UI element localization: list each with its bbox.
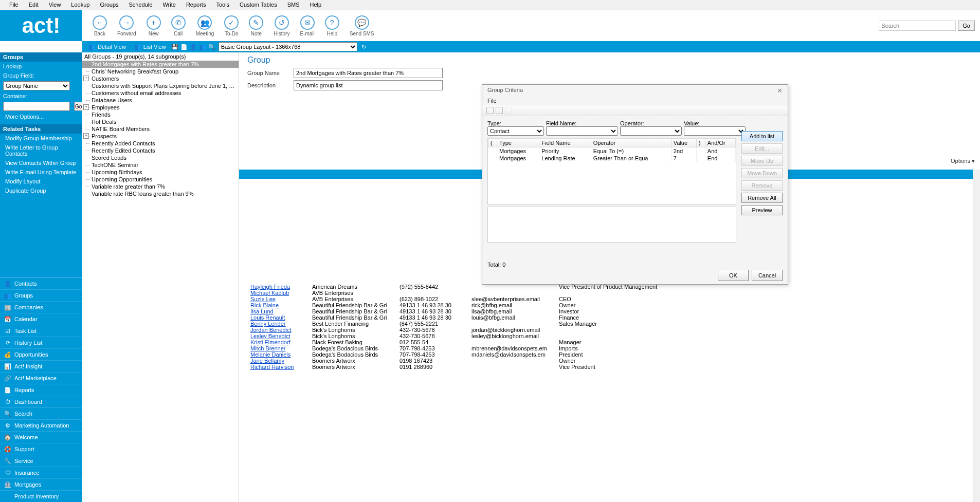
- ok-button[interactable]: OK: [718, 270, 749, 281]
- contact-row[interactable]: Michael KadlubAVB Enterprises: [247, 290, 975, 296]
- doc-icon[interactable]: 📄: [179, 44, 189, 50]
- nav-dashboard[interactable]: ⏱Dashboard: [0, 396, 82, 407]
- search-go-button[interactable]: Go: [958, 21, 975, 31]
- tree-item[interactable]: Customers with Support Plans Expiring be…: [82, 82, 239, 89]
- contact-row[interactable]: Lesley BenedictBick's Longhorns432-730-5…: [247, 333, 975, 339]
- contact-name-link[interactable]: Rick Blaine: [250, 302, 279, 308]
- contact-name-link[interactable]: Kristi Elmendorf: [250, 339, 291, 345]
- nav-support[interactable]: 🛟Support: [0, 443, 82, 455]
- contact-row[interactable]: Richard HarvisonBoomers Artworx0191 2689…: [247, 364, 975, 370]
- menu-lookup[interactable]: Lookup: [66, 0, 95, 10]
- group-field-select[interactable]: Group Name: [3, 81, 70, 90]
- grid-header[interactable]: Value: [671, 139, 696, 147]
- cancel-button[interactable]: Cancel: [752, 270, 783, 281]
- tree-item[interactable]: 2nd Mortgages with Rates greater than 7%: [82, 61, 239, 68]
- tree-item[interactable]: Prospects+: [82, 133, 239, 140]
- add-to-list-button[interactable]: Add to list: [741, 131, 783, 141]
- nav-search[interactable]: 🔍Search: [0, 407, 82, 419]
- history-button[interactable]: ↺History: [268, 14, 295, 38]
- tree-item[interactable]: Customers without email addresses: [82, 89, 239, 97]
- note-button[interactable]: ✎Note: [244, 14, 268, 38]
- contact-name-link[interactable]: Ilsa Lund: [250, 308, 274, 314]
- layout-select[interactable]: Basic Group Layout - 1366x768: [219, 42, 357, 51]
- nav-groups[interactable]: 👥Groups: [0, 289, 82, 301]
- preview-button[interactable]: Preview: [741, 205, 783, 215]
- expand-icon[interactable]: +: [83, 104, 89, 110]
- contact-name-link[interactable]: Lesley Benedict: [250, 333, 291, 339]
- tree-item[interactable]: Hot Deals: [82, 118, 239, 125]
- grid-header[interactable]: Type: [497, 139, 539, 147]
- nav-product-inventory[interactable]: Product Inventory: [0, 490, 82, 502]
- contact-name-link[interactable]: Jane Bellamy: [250, 358, 284, 364]
- search-input[interactable]: [879, 21, 956, 31]
- grid-header[interactable]: ): [696, 139, 705, 147]
- group-name-input[interactable]: [294, 68, 443, 78]
- type-select[interactable]: Contact: [487, 126, 544, 136]
- detail-view-button[interactable]: 👥 Detail View: [84, 43, 130, 51]
- value-select[interactable]: [684, 126, 746, 136]
- contact-row[interactable]: Melanie DanielsBodega's Bodacious Birds7…: [247, 351, 975, 358]
- tree-item[interactable]: Upcoming Birthdays: [82, 169, 239, 176]
- tree-item[interactable]: Customers+: [82, 75, 239, 82]
- tree-item[interactable]: Upcoming Opportunities: [82, 176, 239, 183]
- contact-row[interactable]: Jane BellamyBoomers Artworx0198 167423Ow…: [247, 358, 975, 364]
- save-icon[interactable]: 💾: [170, 44, 179, 50]
- field-select[interactable]: [546, 126, 618, 136]
- contact-icon[interactable]: 👤: [189, 44, 198, 50]
- expand-icon[interactable]: +: [83, 76, 89, 81]
- to-do-button[interactable]: ✓To-Do: [219, 14, 244, 38]
- send-sms-button[interactable]: 💬Send SMS: [344, 14, 379, 38]
- new-doc-icon[interactable]: [486, 107, 494, 114]
- nav-calendar[interactable]: 📅Calendar: [0, 313, 82, 325]
- contact-name-link[interactable]: Mitch Brenner: [250, 345, 285, 351]
- task-write-e-mail-using-template[interactable]: Write E-mail Using Template: [0, 168, 82, 177]
- options-button[interactable]: Options ▾: [951, 158, 975, 164]
- description-input[interactable]: [294, 80, 443, 90]
- tree-item[interactable]: Database Users: [82, 97, 239, 104]
- search-icon[interactable]: 🔍: [207, 44, 216, 50]
- contact-row[interactable]: Rick BlaineBeautiful Friendship Bar & Gr…: [247, 302, 975, 308]
- menu-sms[interactable]: SMS: [282, 0, 305, 10]
- task-modify-layout[interactable]: Modify Layout: [0, 177, 82, 186]
- tree-item[interactable]: NATIE Board Members: [82, 125, 239, 133]
- contains-go-button[interactable]: Go: [74, 102, 82, 111]
- new-button[interactable]: +New: [141, 14, 166, 38]
- tree-item[interactable]: TechONE Seminar: [82, 161, 239, 169]
- operator-select[interactable]: [620, 126, 682, 136]
- contact-row[interactable]: Kristi ElmendorfBlack Forest Baking012-5…: [247, 339, 975, 345]
- nav-insurance[interactable]: 🛡Insurance: [0, 467, 82, 478]
- contact-row[interactable]: Mitch BrennerBodega's Bodacious Birds707…: [247, 345, 975, 351]
- tree-item[interactable]: Employees+: [82, 104, 239, 111]
- contact-name-link[interactable]: Hayleigh Frieda: [250, 284, 290, 290]
- menu-reports[interactable]: Reports: [181, 0, 211, 10]
- contact-name-link[interactable]: Jordan Benedict: [250, 327, 292, 333]
- tree-item[interactable]: Recently Added Contacts: [82, 140, 239, 147]
- e-mail-button[interactable]: ✉E-mail: [295, 14, 319, 38]
- nav-marketing-automation[interactable]: ⚙Marketing Automation: [0, 419, 82, 431]
- group-tree[interactable]: All Groups - 19 group(s), 14 subgroup(s)…: [82, 52, 239, 502]
- doc-icon[interactable]: [496, 107, 503, 114]
- task-write-letter-to-group-contacts[interactable]: Write Letter to Group Contacts: [0, 143, 82, 158]
- nav-task-list[interactable]: ☑Task List: [0, 325, 82, 337]
- forward-button[interactable]: →Forward: [112, 14, 141, 38]
- nav-welcome[interactable]: 🏠Welcome: [0, 431, 82, 443]
- contact-name-link[interactable]: Benny Lender: [250, 321, 286, 327]
- contact-name-link[interactable]: Richard Harvison: [250, 364, 294, 370]
- contacts-list[interactable]: Hayleigh FriedaAmerican Dreams(972) 555-…: [247, 284, 975, 502]
- contact-row[interactable]: Louis RenaultBeautiful Friendship Bar & …: [247, 314, 975, 321]
- scrollbar[interactable]: [973, 170, 980, 502]
- grid-header[interactable]: Field Name: [539, 139, 591, 147]
- nav-opportunities[interactable]: 💰Opportunities: [0, 348, 82, 360]
- nav-reports[interactable]: 📄Reports: [0, 384, 82, 396]
- back-button[interactable]: ←Back: [87, 14, 112, 38]
- grid-header[interactable]: (: [488, 139, 497, 147]
- tree-item[interactable]: Friends: [82, 111, 239, 118]
- menu-view[interactable]: View: [44, 0, 66, 10]
- tree-item[interactable]: Scored Leads: [82, 154, 239, 161]
- nav-mortgages[interactable]: 🏦Mortgages: [0, 478, 82, 490]
- dialog-file-menu[interactable]: File: [482, 97, 788, 105]
- tree-item[interactable]: Variable rate RBC loans greater than 9%: [82, 190, 239, 197]
- call-button[interactable]: ✆Call: [166, 14, 191, 38]
- contact-name-link[interactable]: Suzie Lee: [250, 296, 276, 302]
- criteria-grid[interactable]: (TypeField NameOperatorValue)And/OrMortg…: [487, 138, 736, 204]
